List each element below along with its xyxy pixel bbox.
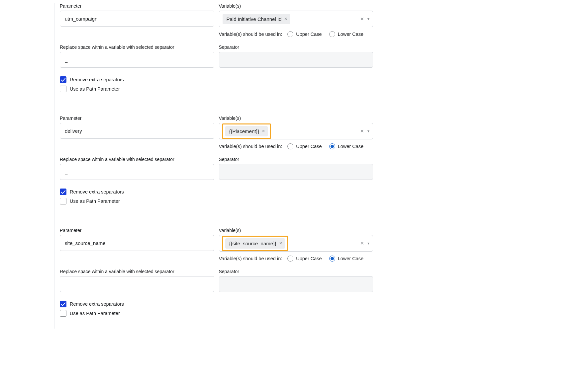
highlight-box: {{site_source_name}}✕ [222,236,288,251]
radio-icon [287,256,293,262]
remove-tag-icon[interactable]: ✕ [279,241,282,246]
parameter-section: ParameterVariable(s)Paid Initiative Chan… [60,3,373,104]
lower-case-label: Lower Case [338,32,363,37]
variables-label: Variable(s) [219,116,373,121]
highlight-box: {{Placement}}✕ [222,123,271,139]
variables-select[interactable]: {{site_source_name}}✕✕▾ [219,235,373,252]
remove-extra-label: Remove extra separators [70,77,124,82]
upper-case-label: Upper Case [296,144,322,149]
remove-extra-checkbox[interactable] [60,189,66,195]
separator-label: Separator [219,44,373,50]
replace-space-input[interactable] [60,164,214,180]
clear-icon[interactable]: ✕ [360,241,364,246]
parameter-input[interactable] [60,235,214,251]
radio-icon [329,143,335,149]
parameter-label: Parameter [60,3,214,9]
variable-tag-text: {{site_source_name}} [229,241,277,246]
upper-case-radio[interactable]: Upper Case [287,256,322,262]
variable-tag: Paid Initiative Channel Id✕ [223,14,290,24]
lower-case-radio[interactable]: Lower Case [329,31,363,37]
path-param-checkbox[interactable] [60,310,66,317]
lower-case-label: Lower Case [338,144,363,149]
case-caption: Variable(s) should be used in: [219,32,282,37]
lower-case-radio[interactable]: Lower Case [329,143,363,149]
variables-label: Variable(s) [219,228,373,233]
separator-input[interactable] [219,164,373,180]
parameter-section: ParameterVariable(s){{Placement}}✕✕▾Vari… [60,116,373,216]
path-param-label: Use as Path Parameter [70,311,120,316]
parameter-section: ParameterVariable(s){{site_source_name}}… [60,228,373,329]
variable-tag-text: {{Placement}} [229,128,259,134]
variable-tag: {{site_source_name}}✕ [225,238,285,249]
path-param-label: Use as Path Parameter [70,86,120,92]
separator-label: Separator [219,157,373,162]
path-param-checkbox[interactable] [60,86,66,92]
replace-space-input[interactable] [60,276,214,292]
chevron-down-icon[interactable]: ▾ [367,241,369,246]
clear-icon[interactable]: ✕ [360,16,364,22]
chevron-down-icon[interactable]: ▾ [367,129,369,133]
separator-label: Separator [219,269,373,274]
case-caption: Variable(s) should be used in: [219,256,282,261]
separator-input[interactable] [219,276,373,292]
chevron-down-icon[interactable]: ▾ [367,17,369,21]
path-param-checkbox[interactable] [60,198,66,204]
remove-extra-checkbox[interactable] [60,76,66,83]
lower-case-label: Lower Case [338,256,363,261]
separator-input[interactable] [219,52,373,68]
lower-case-radio[interactable]: Lower Case [329,256,363,262]
path-param-label: Use as Path Parameter [70,198,120,204]
remove-tag-icon[interactable]: ✕ [284,17,287,21]
variables-select[interactable]: Paid Initiative Channel Id✕✕▾ [219,11,373,27]
replace-space-input[interactable] [60,52,214,68]
upper-case-label: Upper Case [296,256,322,261]
parameter-label: Parameter [60,116,214,121]
upper-case-radio[interactable]: Upper Case [287,31,322,37]
variable-tag-text: Paid Initiative Channel Id [227,16,282,22]
remove-extra-label: Remove extra separators [70,301,124,307]
variables-label: Variable(s) [219,3,373,9]
remove-extra-label: Remove extra separators [70,189,124,194]
radio-icon [287,143,293,149]
variable-tag: {{Placement}}✕ [225,126,268,136]
parameter-input[interactable] [60,11,214,27]
parameter-label: Parameter [60,228,214,233]
parameter-input[interactable] [60,123,214,139]
clear-icon[interactable]: ✕ [360,128,364,134]
remove-tag-icon[interactable]: ✕ [262,129,265,133]
upper-case-radio[interactable]: Upper Case [287,143,322,149]
upper-case-label: Upper Case [296,32,322,37]
radio-icon [287,31,293,37]
radio-icon [329,256,335,262]
case-caption: Variable(s) should be used in: [219,144,282,149]
variables-select[interactable]: {{Placement}}✕✕▾ [219,123,373,139]
remove-extra-checkbox[interactable] [60,301,66,307]
replace-space-label: Replace space within a variable with sel… [60,157,214,162]
replace-space-label: Replace space within a variable with sel… [60,44,214,50]
replace-space-label: Replace space within a variable with sel… [60,269,214,274]
radio-icon [329,31,335,37]
